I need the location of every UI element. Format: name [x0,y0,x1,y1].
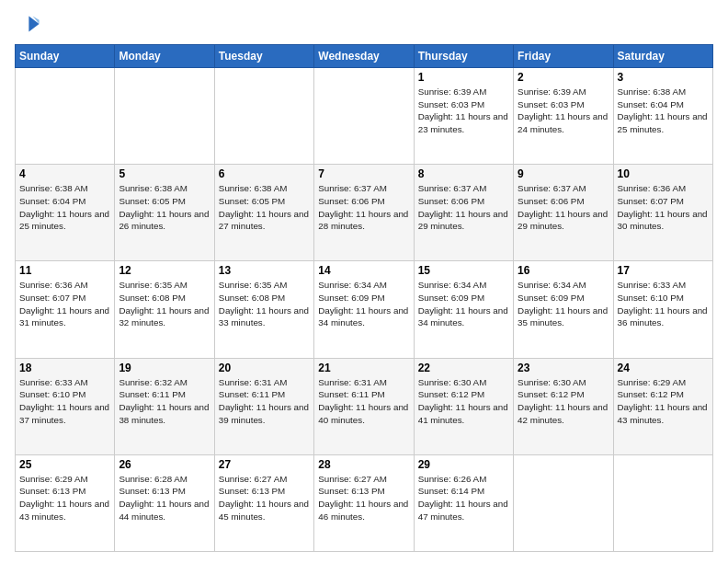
day-cell: 21Sunrise: 6:31 AMSunset: 6:11 PMDayligh… [314,358,414,454]
header [15,11,713,37]
day-number: 23 [518,362,609,374]
day-cell [514,454,613,551]
day-number: 26 [119,458,210,471]
week-row-1: 1Sunrise: 6:39 AMSunset: 6:03 PMDaylight… [16,68,713,165]
day-cell: 17Sunrise: 6:33 AMSunset: 6:10 PMDayligh… [613,261,712,358]
day-number: 20 [219,362,310,374]
day-info: Sunrise: 6:34 AMSunset: 6:09 PMDaylight:… [318,279,409,329]
day-cell [16,68,115,165]
day-number: 18 [19,362,110,374]
weekday-tuesday: Tuesday [214,45,313,68]
day-cell: 3Sunrise: 6:38 AMSunset: 6:04 PMDaylight… [613,68,712,165]
day-cell: 11Sunrise: 6:36 AMSunset: 6:07 PMDayligh… [16,261,115,358]
day-number: 9 [518,167,609,180]
day-cell: 6Sunrise: 6:38 AMSunset: 6:05 PMDaylight… [214,165,313,261]
logo-icon [15,11,40,37]
day-info: Sunrise: 6:37 AMSunset: 6:06 PMDaylight:… [318,182,409,233]
day-info: Sunrise: 6:31 AMSunset: 6:11 PMDaylight:… [219,376,310,427]
day-info: Sunrise: 6:30 AMSunset: 6:12 PMDaylight:… [418,376,509,427]
page: SundayMondayTuesdayWednesdayThursdayFrid… [0,0,728,563]
day-info: Sunrise: 6:38 AMSunset: 6:05 PMDaylight:… [219,182,310,233]
weekday-monday: Monday [115,45,214,68]
weekday-saturday: Saturday [613,45,712,68]
day-number: 25 [19,458,110,471]
day-number: 11 [19,264,110,277]
day-cell: 16Sunrise: 6:34 AMSunset: 6:09 PMDayligh… [514,261,613,358]
day-cell: 29Sunrise: 6:26 AMSunset: 6:14 PMDayligh… [414,454,513,551]
day-number: 12 [119,264,210,277]
weekday-friday: Friday [514,45,613,68]
day-info: Sunrise: 6:39 AMSunset: 6:03 PMDaylight:… [418,86,509,136]
weekday-header-row: SundayMondayTuesdayWednesdayThursdayFrid… [16,45,713,68]
day-info: Sunrise: 6:30 AMSunset: 6:12 PMDaylight:… [518,376,609,427]
day-number: 22 [418,362,509,374]
day-info: Sunrise: 6:31 AMSunset: 6:11 PMDaylight:… [318,376,409,427]
day-cell: 2Sunrise: 6:39 AMSunset: 6:03 PMDaylight… [514,68,613,165]
day-cell [115,68,214,165]
day-cell [314,68,414,165]
week-row-3: 11Sunrise: 6:36 AMSunset: 6:07 PMDayligh… [16,261,713,358]
day-info: Sunrise: 6:36 AMSunset: 6:07 PMDaylight:… [618,182,709,233]
day-cell [214,68,313,165]
day-cell: 8Sunrise: 6:37 AMSunset: 6:06 PMDaylight… [414,165,513,261]
day-cell: 28Sunrise: 6:27 AMSunset: 6:13 PMDayligh… [314,454,414,551]
day-cell: 20Sunrise: 6:31 AMSunset: 6:11 PMDayligh… [214,358,313,454]
day-number: 2 [518,71,609,84]
day-number: 24 [618,362,709,374]
weekday-thursday: Thursday [414,45,513,68]
day-number: 4 [19,167,110,180]
week-row-4: 18Sunrise: 6:33 AMSunset: 6:10 PMDayligh… [16,358,713,454]
day-number: 21 [318,362,409,374]
day-cell: 18Sunrise: 6:33 AMSunset: 6:10 PMDayligh… [16,358,115,454]
day-info: Sunrise: 6:34 AMSunset: 6:09 PMDaylight:… [418,279,509,329]
day-number: 15 [418,264,509,277]
day-cell: 7Sunrise: 6:37 AMSunset: 6:06 PMDaylight… [314,165,414,261]
day-cell: 27Sunrise: 6:27 AMSunset: 6:13 PMDayligh… [214,454,313,551]
day-number: 16 [518,264,609,277]
day-number: 13 [219,264,310,277]
day-cell: 22Sunrise: 6:30 AMSunset: 6:12 PMDayligh… [414,358,513,454]
day-number: 27 [219,458,310,471]
day-number: 3 [618,71,709,84]
day-cell: 1Sunrise: 6:39 AMSunset: 6:03 PMDaylight… [414,68,513,165]
day-cell: 10Sunrise: 6:36 AMSunset: 6:07 PMDayligh… [613,165,712,261]
weekday-sunday: Sunday [16,45,115,68]
logo [15,11,44,37]
day-info: Sunrise: 6:35 AMSunset: 6:08 PMDaylight:… [119,279,210,329]
day-number: 19 [119,362,210,374]
day-info: Sunrise: 6:26 AMSunset: 6:14 PMDaylight:… [418,473,509,523]
day-cell [613,454,712,551]
day-info: Sunrise: 6:29 AMSunset: 6:13 PMDaylight:… [19,473,110,523]
day-number: 29 [418,458,509,471]
day-info: Sunrise: 6:38 AMSunset: 6:05 PMDaylight:… [119,182,210,233]
day-cell: 19Sunrise: 6:32 AMSunset: 6:11 PMDayligh… [115,358,214,454]
day-info: Sunrise: 6:29 AMSunset: 6:12 PMDaylight:… [618,376,709,427]
day-number: 5 [119,167,210,180]
weekday-wednesday: Wednesday [314,45,414,68]
day-cell: 14Sunrise: 6:34 AMSunset: 6:09 PMDayligh… [314,261,414,358]
day-info: Sunrise: 6:28 AMSunset: 6:13 PMDaylight:… [119,473,210,523]
week-row-5: 25Sunrise: 6:29 AMSunset: 6:13 PMDayligh… [16,454,713,551]
day-info: Sunrise: 6:35 AMSunset: 6:08 PMDaylight:… [219,279,310,329]
day-number: 10 [618,167,709,180]
day-number: 17 [618,264,709,277]
day-number: 8 [418,167,509,180]
day-cell: 15Sunrise: 6:34 AMSunset: 6:09 PMDayligh… [414,261,513,358]
day-info: Sunrise: 6:38 AMSunset: 6:04 PMDaylight:… [19,182,110,233]
svg-marker-0 [28,17,39,32]
day-number: 28 [318,458,409,471]
day-number: 1 [418,71,509,84]
day-info: Sunrise: 6:38 AMSunset: 6:04 PMDaylight:… [618,86,709,136]
day-info: Sunrise: 6:39 AMSunset: 6:03 PMDaylight:… [518,86,609,136]
day-info: Sunrise: 6:37 AMSunset: 6:06 PMDaylight:… [518,182,609,233]
day-cell: 25Sunrise: 6:29 AMSunset: 6:13 PMDayligh… [16,454,115,551]
day-cell: 12Sunrise: 6:35 AMSunset: 6:08 PMDayligh… [115,261,214,358]
day-cell: 9Sunrise: 6:37 AMSunset: 6:06 PMDaylight… [514,165,613,261]
day-info: Sunrise: 6:33 AMSunset: 6:10 PMDaylight:… [19,376,110,427]
day-number: 7 [318,167,409,180]
day-cell: 5Sunrise: 6:38 AMSunset: 6:05 PMDaylight… [115,165,214,261]
day-info: Sunrise: 6:27 AMSunset: 6:13 PMDaylight:… [318,473,409,523]
day-info: Sunrise: 6:34 AMSunset: 6:09 PMDaylight:… [518,279,609,329]
day-info: Sunrise: 6:36 AMSunset: 6:07 PMDaylight:… [19,279,110,329]
day-info: Sunrise: 6:32 AMSunset: 6:11 PMDaylight:… [119,376,210,427]
